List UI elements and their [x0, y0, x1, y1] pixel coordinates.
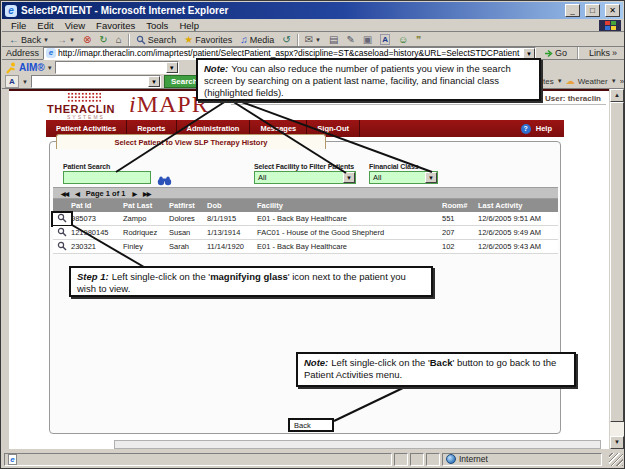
links-button[interactable]: Links »	[585, 47, 621, 60]
menu-file[interactable]: File	[6, 20, 31, 31]
refresh-icon: ↻	[99, 35, 107, 45]
cell-dob: 8/1/1915	[207, 214, 257, 223]
pagination-bar: ◀◀ ◀ Page 1 of 1 ▶ ▶▶	[53, 187, 558, 199]
toolbar-fragment-label: tes	[543, 77, 554, 86]
discuss-icon: ❞	[416, 35, 421, 45]
favorites-button[interactable]: ★ Favorites	[180, 33, 236, 46]
patient-search-label: Patient Search	[63, 163, 110, 170]
callout-text: Left single-click on the '	[112, 271, 210, 282]
stop-icon: ⊗	[83, 35, 91, 45]
media-button[interactable]: ♫ Media	[236, 33, 278, 46]
home-icon: ⌂	[116, 35, 122, 45]
row-magnifier-icon[interactable]	[53, 213, 71, 225]
scrollbar-up-icon[interactable]: ▲	[610, 89, 624, 102]
callout-text: You can also reduce the number of patien…	[204, 63, 511, 98]
weather-label[interactable]: Weather	[578, 77, 608, 86]
aim-icon	[5, 62, 17, 74]
back-button-toolbar[interactable]: ← Back ▼	[5, 33, 53, 46]
history-button[interactable]: ↺	[278, 33, 294, 46]
nav-help-group[interactable]: ? Help	[521, 124, 564, 134]
highlight-toolbar: A ▼ ▼ Search	[5, 75, 205, 88]
weather-toolbar: tes ▼ ☁ Weather ▼ »	[543, 76, 624, 86]
messenger-button[interactable]: ☺	[394, 33, 412, 46]
back-dropdown-icon[interactable]: ▼	[43, 37, 49, 43]
financial-dropdown-icon[interactable]: ▼	[425, 172, 437, 183]
close-button[interactable]: ✕	[605, 4, 620, 17]
print-icon: ▤	[329, 35, 338, 45]
prev-page-icon[interactable]: ◀	[75, 190, 79, 197]
toolbar-separator	[577, 47, 579, 59]
cell-facility: E01 - Back Bay Healthcare	[257, 214, 442, 223]
address-url[interactable]: http://imapr.theraclin.com/imaprtest/pat…	[58, 48, 523, 58]
document-button[interactable]: ▣	[359, 33, 376, 46]
logged-in-user: User: theraclin	[545, 94, 601, 103]
aim-combo-arrow-icon[interactable]: ▼	[166, 62, 178, 73]
last-page-icon[interactable]: ▶▶	[143, 190, 150, 197]
callout-note-back: Note:Left single-click on the 'Back' but…	[296, 352, 576, 387]
menu-tools[interactable]: Tools	[141, 20, 173, 31]
window-title: SelectPATIENT - Microsoft Internet Explo…	[21, 5, 560, 16]
scrollbar-down-icon[interactable]: ▼	[610, 436, 624, 449]
row-magnifier-icon[interactable]	[53, 241, 71, 253]
toolbar-search-combo[interactable]: ▼	[31, 75, 161, 88]
menu-edit[interactable]: Edit	[32, 20, 58, 31]
search-button-toolbar[interactable]: Search	[132, 33, 181, 46]
edit-button[interactable]: ✎	[342, 33, 358, 46]
menu-view[interactable]: View	[60, 20, 90, 31]
cell-pat-first: Dolores	[169, 214, 207, 223]
refresh-button[interactable]: ↻	[95, 33, 111, 46]
facility-select[interactable]: All ▼	[254, 171, 356, 184]
first-page-icon[interactable]: ◀◀	[61, 190, 68, 197]
status-pane	[410, 453, 424, 466]
tab-select-patient[interactable]: Select Patient to View SLP Therapy Histo…	[56, 134, 326, 149]
forward-dropdown-icon[interactable]: ▼	[69, 37, 75, 43]
aim-search-combo[interactable]: ▼	[55, 61, 179, 74]
mail-dropdown-icon[interactable]: ▼	[315, 37, 321, 43]
minimize-button[interactable]: _	[565, 4, 580, 17]
home-button[interactable]: ⌂	[112, 33, 126, 46]
toolbar-separator	[128, 34, 130, 46]
forward-button[interactable]: → ▼	[53, 33, 79, 46]
facility-dropdown-icon[interactable]: ▼	[343, 172, 355, 183]
links-chevron-icon[interactable]: »	[612, 48, 617, 58]
menu-favorites[interactable]: Favorites	[91, 20, 140, 31]
menu-help[interactable]: Help	[174, 20, 204, 31]
callout-strong-text: magnifying glass	[210, 271, 288, 282]
weather-dropdown-icon[interactable]: ▼	[611, 78, 617, 84]
financial-class-select[interactable]: All ▼	[369, 171, 438, 184]
search-label: Search	[148, 35, 177, 45]
address-label: Address	[6, 48, 39, 58]
address-dropdown-icon[interactable]: ▼	[523, 48, 535, 59]
go-button[interactable]: Go	[540, 47, 571, 60]
stop-button[interactable]: ⊗	[79, 33, 95, 46]
highlighter-icon[interactable]: A	[5, 75, 19, 88]
fragment-dropdown-icon[interactable]: ▼	[557, 78, 563, 84]
browser-window: e SelectPATIENT - Microsoft Internet Exp…	[0, 0, 625, 469]
toolbar-separator	[297, 34, 299, 46]
links-label: Links	[589, 48, 610, 58]
fontsize-button[interactable]: A	[376, 33, 394, 46]
print-button[interactable]: ▤	[325, 33, 342, 46]
favorites-icon: ★	[184, 35, 193, 45]
toolbar-combo-arrow-icon[interactable]: ▼	[148, 76, 160, 87]
back-button[interactable]: Back	[288, 418, 334, 432]
mail-button[interactable]: ✉ ▼	[301, 33, 325, 46]
row-magnifier-icon[interactable]	[53, 227, 71, 239]
patient-search-input[interactable]	[63, 171, 151, 184]
next-page-icon[interactable]: ▶	[132, 190, 136, 197]
go-label: Go	[555, 48, 567, 58]
scrollbar-thumb[interactable]	[610, 102, 624, 422]
aim-dropdown-icon[interactable]: ▼	[47, 65, 53, 71]
toolbar-more-chevron-icon[interactable]: »	[620, 77, 624, 86]
callout-label: Step 1:	[77, 271, 109, 282]
help-icon[interactable]: ?	[521, 124, 531, 134]
maximize-button[interactable]: □	[585, 4, 600, 17]
resize-grip[interactable]	[609, 453, 623, 466]
ie-icon: e	[5, 5, 17, 17]
cell-pat-last: Finley	[123, 242, 169, 251]
header-pat-first: Patfirst	[169, 201, 207, 210]
help-label[interactable]: Help	[536, 124, 552, 133]
discuss-button[interactable]: ❞	[412, 33, 425, 46]
highlighter-dropdown-icon[interactable]: ▼	[22, 79, 28, 85]
callout-step1: Step 1:Left single-click on the 'magnify…	[69, 266, 433, 297]
